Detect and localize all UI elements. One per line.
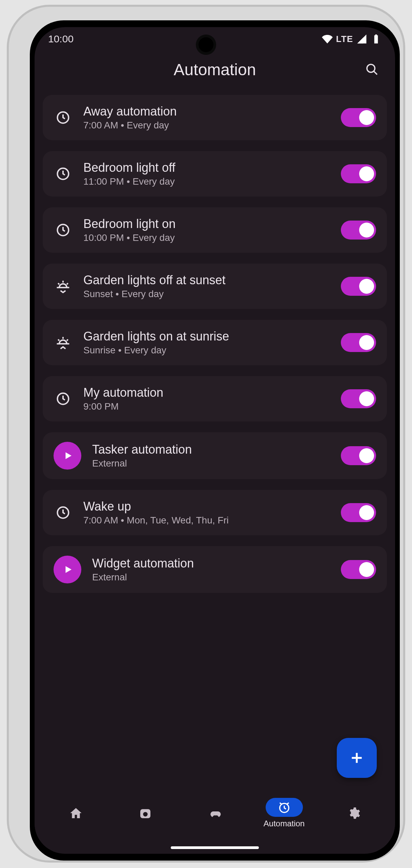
automation-toggle[interactable] (341, 333, 376, 352)
svg-point-20 (145, 810, 146, 811)
nav-gear[interactable] (333, 804, 374, 823)
automation-item[interactable]: Bedroom light off 11:00 PM • Every day (43, 151, 387, 197)
app-header: Automation (35, 51, 395, 88)
svg-line-7 (58, 283, 59, 285)
automation-item[interactable]: Widget automation External (43, 546, 387, 593)
automation-title: Widget automation (92, 556, 330, 571)
svg-line-11 (58, 339, 59, 341)
nav-game[interactable] (194, 804, 235, 823)
automation-item[interactable]: Away automation 7:00 AM • Every day (43, 95, 387, 140)
battery-icon (371, 34, 382, 44)
automation-subtitle: 7:00 AM • Mon, Tue, Wed, Thu, Fri (83, 515, 330, 526)
svg-line-12 (67, 339, 68, 341)
signal-icon (356, 34, 367, 44)
automation-title: Away automation (83, 104, 330, 119)
status-icons: LTE (322, 34, 382, 44)
automation-toggle[interactable] (341, 560, 376, 579)
page-title: Automation (174, 60, 256, 79)
bottom-nav: Automation (35, 786, 395, 840)
automation-text: Wake up 7:00 AM • Mon, Tue, Wed, Thu, Fr… (83, 499, 330, 526)
automation-item[interactable]: Tasker automation External (43, 432, 387, 479)
automation-item[interactable]: My automation 9:00 PM (43, 376, 387, 421)
nav-camera[interactable] (125, 804, 166, 823)
automation-toggle[interactable] (341, 277, 376, 296)
automation-subtitle: 10:00 PM • Every day (83, 232, 330, 243)
home-icon (57, 804, 95, 823)
svg-point-18 (143, 812, 147, 817)
automation-subtitle: 11:00 PM • Every day (83, 176, 330, 187)
automation-item[interactable]: Wake up 7:00 AM • Mon, Tue, Wed, Thu, Fr… (43, 490, 387, 535)
automation-text: My automation 9:00 PM (83, 386, 330, 412)
automation-subtitle: 7:00 AM • Every day (83, 120, 330, 131)
nav-alarm[interactable]: Automation (264, 798, 305, 828)
automation-subtitle: Sunset • Every day (83, 289, 330, 299)
alarm-icon (266, 798, 303, 817)
automation-text: Away automation 7:00 AM • Every day (83, 104, 330, 131)
automation-subtitle: External (92, 458, 330, 469)
svg-point-19 (142, 810, 143, 811)
clock-icon (54, 503, 73, 522)
automation-subtitle: Sunrise • Every day (83, 345, 330, 356)
automation-title: Bedroom light on (83, 217, 330, 231)
wifi-icon (322, 34, 333, 44)
clock-icon (54, 164, 73, 183)
search-button[interactable] (363, 60, 382, 79)
search-icon (365, 63, 379, 76)
play-icon (54, 556, 81, 583)
automation-text: Tasker automation External (92, 442, 330, 469)
clock-icon (54, 221, 73, 240)
automation-item[interactable]: Garden lights off at sunset Sunset • Eve… (43, 264, 387, 309)
clock-icon (54, 108, 73, 127)
add-automation-button[interactable] (337, 738, 377, 778)
automation-toggle[interactable] (341, 221, 376, 240)
automation-title: Wake up (83, 499, 330, 514)
automation-toggle[interactable] (341, 503, 376, 522)
automation-subtitle: External (92, 572, 330, 583)
gear-icon (335, 804, 372, 823)
automation-toggle[interactable] (341, 164, 376, 183)
game-icon (196, 804, 233, 823)
automation-toggle[interactable] (341, 389, 376, 408)
network-label: LTE (336, 34, 353, 44)
nav-label: Automation (264, 819, 305, 828)
svg-line-8 (67, 283, 68, 285)
nav-home[interactable] (56, 804, 96, 823)
automation-title: Tasker automation (92, 442, 330, 457)
clock-icon (54, 389, 73, 408)
plus-icon (349, 750, 364, 765)
automation-toggle[interactable] (341, 108, 376, 127)
status-bar: 10:00 LTE (35, 27, 395, 51)
automation-text: Bedroom light on 10:00 PM • Every day (83, 217, 330, 243)
camera-notch (199, 37, 213, 52)
svg-line-1 (374, 71, 377, 75)
automation-text: Widget automation External (92, 556, 330, 583)
automation-subtitle: 9:00 PM (83, 401, 330, 412)
play-icon (54, 442, 81, 470)
automation-list: Away automation 7:00 AM • Every day Bedr… (35, 88, 395, 661)
automation-title: Bedroom light off (83, 161, 330, 175)
automation-title: My automation (83, 386, 330, 400)
automation-toggle[interactable] (341, 446, 376, 465)
sunrise-icon (54, 333, 73, 352)
screen: 10:00 LTE Automation Away automation 7:0… (35, 27, 395, 854)
phone-frame: 10:00 LTE Automation Away automation 7:0… (9, 7, 403, 861)
automation-title: Garden lights off at sunset (83, 273, 330, 287)
svg-point-21 (147, 810, 148, 811)
automation-text: Bedroom light off 11:00 PM • Every day (83, 161, 330, 187)
svg-point-0 (367, 64, 375, 72)
automation-item[interactable]: Bedroom light on 10:00 PM • Every day (43, 207, 387, 253)
side-button (12, 183, 16, 217)
camera-icon (127, 804, 164, 823)
automation-title: Garden lights on at sunrise (83, 329, 330, 344)
sunset-icon (54, 277, 73, 296)
automation-item[interactable]: Garden lights on at sunrise Sunrise • Ev… (43, 320, 387, 365)
automation-text: Garden lights on at sunrise Sunrise • Ev… (83, 329, 330, 356)
status-time: 10:00 (48, 33, 74, 45)
automation-text: Garden lights off at sunset Sunset • Eve… (83, 273, 330, 299)
gesture-handle[interactable] (171, 846, 259, 849)
